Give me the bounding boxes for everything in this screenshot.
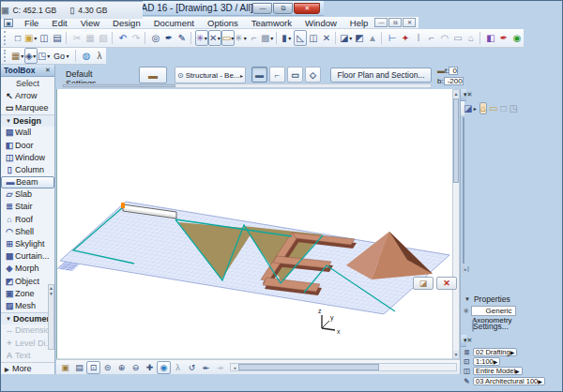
scroll-up-icon[interactable]: ▲ [453,90,459,98]
new-folder-button[interactable]: ◪ [413,277,434,290]
tool-mesh[interactable]: ▨Mesh [1,299,54,311]
tree-item-drawing1[interactable]: − ⌂ Drawing1 [464,118,464,128]
bottom-offset-field[interactable]: -200 [444,77,464,85]
tree-item-details[interactable]: ◪ Details [464,182,464,191]
mdi-minimize-button[interactable]: — [374,18,388,27]
scroll-down-icon[interactable]: ▼ [453,351,459,358]
teamwork-icon[interactable]: ◧ [484,31,497,46]
view-map-button[interactable]: ▭ [488,102,498,114]
paste-icon[interactable]: ▧ [97,31,110,46]
quick-option-selector[interactable]: 03 Architectural 100 ▶ [473,377,545,385]
geometry-rectangle-button[interactable]: ▭ [287,67,303,83]
scrollbar-thumb[interactable] [63,84,175,87]
close-button[interactable]: ✕ [294,3,320,14]
print-icon[interactable]: ▤ [51,31,64,46]
geometry-straight-button[interactable]: ▬ [251,67,267,83]
close-icon[interactable]: ✕ [44,67,52,74]
model-view-options-icon[interactable]: ▣ [58,361,72,373]
view-name-field[interactable]: Generic Axonometry [471,306,516,316]
toolbar-separator[interactable] [190,32,193,44]
toolbox-section-design[interactable]: ▼Design [1,114,54,127]
zoom-out-icon[interactable]: ⊖ [129,361,143,373]
toolbar-separator[interactable] [479,32,482,44]
top-offset-field[interactable]: 0 [449,67,457,75]
settings-button[interactable]: Settings... [472,320,474,332]
undo-icon[interactable]: ↶ [116,31,129,46]
edit-node-marker[interactable] [121,203,125,208]
pick-up-parameters-icon[interactable]: ✒ [162,31,175,46]
tree-item-stories[interactable]: − ▤ Stories [464,128,464,137]
tree-item-lists[interactable]: + ≣ Lists [464,246,464,255]
open-icon[interactable]: ▣▾ [24,31,38,46]
tree-item-sections[interactable]: ◩ Sections [464,145,464,155]
toolbar-separator[interactable] [145,32,147,44]
document-icon[interactable]: ▣ [4,19,13,27]
tree-item-3d[interactable]: − ◆ 3D [464,200,464,209]
intersect-icon[interactable]: ✕ [320,31,333,46]
tool-beam[interactable]: ▬Beam [1,176,54,188]
layout-book-button[interactable]: □ [500,102,508,114]
dropdown-arrow-icon[interactable]: ▾ [269,35,274,41]
trim-icon[interactable]: ◺ [294,30,307,46]
toolbox-header[interactable]: ToolBox ✕ [1,65,54,77]
window-select-icon[interactable]: ◳▾ [38,49,51,64]
start-edition-icon[interactable]: ◉ [510,31,524,46]
corner-window-icon[interactable]: ⌐ [425,31,438,46]
toolbox-more-row[interactable]: ▶ More [1,362,54,374]
mdi-close-button[interactable]: ✕ [403,18,416,27]
tree-item-info[interactable]: + ℹ Info [464,254,464,264]
toolbar-separator[interactable] [381,32,384,44]
hotlink-icon[interactable]: ⊢ [386,31,399,46]
scrollbar-thumb[interactable] [467,266,469,272]
offset-icon[interactable]: ⌐ [248,31,261,46]
magic-wand-icon[interactable]: ▲ [366,31,379,46]
favorite-selector[interactable]: ⊙ Structural - Be... ▸ [175,67,246,83]
quick-option-selector[interactable]: Entire Model ▶ [473,367,523,375]
column-format-icon[interactable]: Ⅰ [412,31,425,46]
redo-icon[interactable]: ↷ [129,31,143,46]
tool-arrow[interactable]: ↖Arrow [1,89,54,101]
scroll-down-icon[interactable]: ▼ [49,291,53,296]
tool-zone[interactable]: ▣Zone [1,287,54,299]
pan-icon[interactable]: ✚ [143,361,157,373]
split-icon[interactable]: ◫ [307,31,320,46]
tool-slab[interactable]: ▱Slab [1,188,54,201]
dimension-icon[interactable]: ▭ [451,31,464,46]
orbit-icon[interactable]: ◉ [157,361,171,374]
menu-document[interactable]: Document [147,17,201,29]
tree-item-generic-axonometry[interactable]: ◈ Generic Ax [464,219,464,228]
flyout-arrow-icon[interactable]: ▶ [538,378,542,384]
screen-view-options-icon[interactable]: ▤ [72,361,86,373]
collapse-icon[interactable]: ▼ [464,296,470,302]
toolbar-separator[interactable] [75,50,78,62]
project-map-button[interactable]: ⌂ [479,102,487,114]
dropdown-arrow-icon[interactable]: ▾ [231,35,234,41]
find-select-icon[interactable]: ◎ [149,31,162,46]
toolbox-section-document[interactable]: ▼Document [1,312,54,324]
tool-skylight[interactable]: ⊞Skylight [1,237,54,249]
publisher-button[interactable]: ◳ [509,102,519,114]
toolbar-separator[interactable] [112,32,114,44]
toolbar-drag-handle[interactable] [4,31,8,45]
sun-settings-icon[interactable]: ✳▾ [235,31,248,46]
anchor-icon[interactable]: ▮▾ [281,31,294,46]
viewport-horizontal-scrollbar[interactable]: ◂ [230,363,457,371]
menu-window[interactable]: Window [298,17,343,29]
snap-guides-icon[interactable]: ✳▾ [195,30,208,46]
go-menu[interactable]: Go▾ [51,49,73,64]
dropdown-arrow-icon[interactable]: ▾ [65,53,70,59]
navigator-header[interactable]: Navigator - Project ... ▾ ✕ [461,89,466,101]
toolbar-separator[interactable] [276,32,279,44]
tool-door[interactable]: ◧Door [1,139,54,151]
geometry-rotated-rectangle-button[interactable]: ◇ [305,67,321,83]
toolbox-caption-select[interactable]: Select [1,77,54,89]
dropdown-arrow-icon[interactable]: ▾ [287,35,293,41]
home-story-icon[interactable]: ⌂ [464,31,478,46]
fill-icon[interactable]: ◪▾ [340,31,353,46]
dropdown-arrow-icon[interactable]: ▾ [33,53,37,59]
fit-in-window-icon[interactable]: ⊡ [86,361,100,374]
toolbar-drag-handle[interactable] [4,50,8,63]
mdi-restore-button[interactable]: ⧉ [388,18,402,27]
tree-item-generic-perspective[interactable]: ◉ Generic Pers [464,209,464,219]
floor-plan-and-section-button[interactable]: Floor Plan and Section... [330,68,432,83]
